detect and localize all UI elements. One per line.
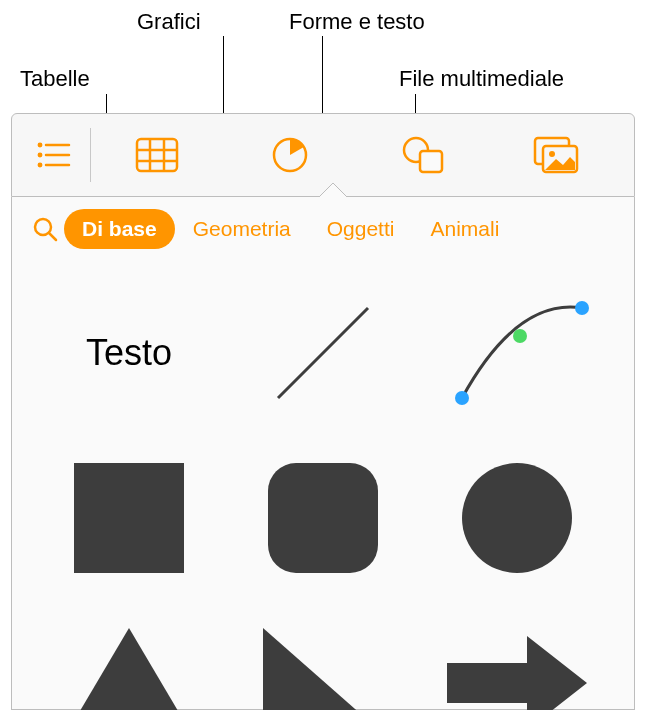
shapes-grid: Testo [12, 255, 634, 710]
category-bar: Di base Geometria Oggetti Animali [12, 197, 634, 255]
search-button[interactable] [26, 210, 64, 248]
shape-text[interactable]: Testo [42, 275, 216, 430]
chart-icon [270, 135, 310, 175]
shape-right-triangle[interactable] [236, 605, 410, 710]
popover-arrow [319, 183, 347, 197]
media-button[interactable] [489, 114, 622, 196]
svg-point-2 [39, 154, 41, 156]
shape-circle[interactable] [430, 440, 604, 595]
shape-triangle[interactable] [42, 605, 216, 710]
shapes-icon [401, 135, 445, 175]
right-triangle-icon [253, 623, 393, 711]
text-shape-label: Testo [86, 332, 172, 374]
category-basic[interactable]: Di base [64, 209, 175, 249]
arrow-right-icon [442, 628, 592, 711]
shape-rounded-square[interactable] [236, 440, 410, 595]
media-icon [532, 135, 580, 175]
circle-icon [452, 453, 582, 583]
table-icon [135, 137, 179, 173]
curve-icon [442, 288, 592, 418]
shape-arrow-right[interactable] [430, 605, 604, 710]
svg-point-20 [455, 391, 469, 405]
svg-line-19 [278, 308, 368, 398]
shape-line[interactable] [236, 275, 410, 430]
callout-file-multimediale: File multimediale [399, 66, 564, 92]
callout-forme-testo: Forme e testo [289, 9, 425, 35]
svg-rect-24 [268, 463, 378, 573]
svg-point-4 [39, 164, 41, 166]
category-geometry[interactable]: Geometria [175, 209, 309, 249]
svg-point-25 [462, 463, 572, 573]
rounded-square-icon [258, 453, 388, 583]
shapes-popover: Di base Geometria Oggetti Animali Testo [11, 197, 635, 710]
svg-point-0 [39, 144, 41, 146]
category-objects[interactable]: Oggetti [309, 209, 413, 249]
svg-rect-6 [137, 139, 177, 171]
triangle-icon [59, 623, 199, 711]
svg-point-16 [549, 151, 555, 157]
search-icon [32, 216, 58, 242]
svg-point-22 [513, 329, 527, 343]
shapes-button[interactable] [357, 114, 490, 196]
callout-grafici: Grafici [137, 9, 201, 35]
shape-square[interactable] [42, 440, 216, 595]
square-icon [64, 453, 194, 583]
svg-rect-23 [74, 463, 184, 573]
list-icon [37, 141, 71, 169]
svg-point-21 [575, 301, 589, 315]
category-animals[interactable]: Animali [412, 209, 517, 249]
line-icon [258, 288, 388, 418]
tables-button[interactable] [91, 114, 224, 196]
toc-button[interactable] [24, 114, 84, 196]
callout-tabelle: Tabelle [20, 66, 90, 92]
svg-rect-13 [420, 151, 442, 172]
svg-line-18 [49, 233, 56, 240]
shape-curve[interactable] [430, 275, 604, 430]
